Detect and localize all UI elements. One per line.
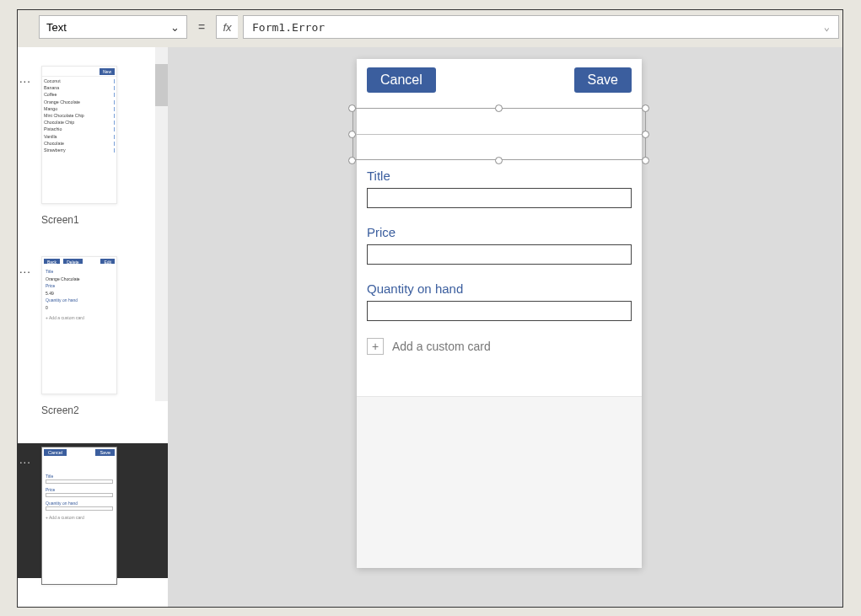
chevron-down-icon: ⌄ [170,21,180,34]
screen-label-1: Screen1 [41,214,79,226]
thumb3-price-lbl: Price [46,486,113,493]
thumb2-qty-lbl: Quantity on hand [46,297,113,304]
add-custom-card[interactable]: + Add a custom card [367,338,632,355]
form-body: Title Price Quantity on hand + Add a cus… [367,169,632,355]
price-input[interactable] [367,244,632,265]
ellipsis-icon[interactable]: ... [19,453,31,466]
screen-thumb-2[interactable]: Back Delete Edit Title Orange Chocolate … [41,256,117,394]
thumb3-title-lbl: Title [46,473,113,479]
list-item: Chocolate Chip [44,119,115,126]
selection-midline [352,134,646,135]
thumb3-header: Cancel Save [42,447,116,458]
thumb2-header: Back Delete Edit [42,257,116,265]
quantity-input[interactable] [367,301,632,321]
thumb3-add: + Add a custom card [46,514,113,521]
resize-handle-s[interactable] [495,157,503,164]
quantity-label: Quantity on hand [367,281,632,296]
formula-bar: Text ⌄ = fx Form1.Error ⌄ [39,15,839,39]
list-item: Chocolate [44,140,115,147]
thumb3-save: Save [95,449,115,456]
ellipsis-icon[interactable]: ... [19,263,31,276]
title-input[interactable] [367,188,632,208]
price-label: Price [367,225,632,239]
thumb3-body: Title Price Quantity on hand + Add a cus… [42,458,116,524]
formula-input[interactable]: Form1.Error ⌄ [243,15,839,39]
list-item: Vanilla [44,133,115,140]
screen-label-2: Screen2 [41,404,79,416]
ellipsis-icon[interactable]: ... [19,72,31,85]
chevron-down-icon[interactable]: ⌄ [824,21,830,33]
thumb2-edit: Edit [100,259,115,264]
fx-icon[interactable]: fx [216,15,238,39]
thumb1-new-button: New [100,68,115,75]
thumb2-title-lbl: Title [46,268,113,276]
property-selector[interactable]: Text ⌄ [39,15,187,39]
screen-thumb-3[interactable]: Cancel Save Title Price Quantity on hand… [41,447,117,585]
list-item: Coconut [44,78,115,84]
cancel-button[interactable]: Cancel [367,67,436,93]
thumb1-header: New [42,67,116,77]
resize-handle-nw[interactable] [348,104,356,112]
resize-handle-w[interactable] [348,131,356,138]
plus-icon: + [367,338,384,355]
phone-screen[interactable]: Cancel Save Title Price Quantity on hand [357,59,642,568]
thumb1-list: Coconut Banana Coffee Orange Chocolate M… [42,77,116,157]
save-button[interactable]: Save [574,67,632,93]
equals-label: = [192,15,211,39]
list-item: Pistachio [44,126,115,132]
resize-handle-se[interactable] [642,157,649,164]
resize-handle-sw[interactable] [348,157,356,164]
resize-handle-ne[interactable] [642,104,649,112]
form-header: Cancel Save [357,59,642,93]
property-selector-label: Text [46,21,67,34]
thumb2-back: Back [44,259,60,264]
phone-bottom-area [357,396,642,568]
thumb2-delete: Delete [63,259,82,264]
thumb3-title-field [46,479,113,484]
thumb3-qty-field [46,506,113,511]
thumb2-body: Title Orange Chocolate Price 5.49 Quanti… [42,265,116,324]
resize-handle-n[interactable] [495,104,503,112]
thumb3-price-field [46,493,113,497]
thumb2-price-lbl: Price [46,282,113,290]
thumb2-price-val: 5.49 [46,290,113,297]
screens-panel: ⌃ ... New Coconut Banana Coffee Orange C… [18,47,168,607]
list-item: Coffee [44,91,115,98]
list-item: Strawberry [44,147,115,153]
app-frame: Text ⌄ = fx Form1.Error ⌄ ⌃ ... New Coco… [17,9,843,608]
list-item: Orange Chocolate [44,99,115,105]
formula-text: Form1.Error [252,21,325,34]
thumb3-cancel: Cancel [44,449,67,456]
scrollbar-thumb[interactable] [155,64,168,106]
screen-thumb-1[interactable]: New Coconut Banana Coffee Orange Chocola… [41,66,117,204]
resize-handle-e[interactable] [642,131,649,138]
thumb2-add: + Add a custom card [46,314,113,322]
thumb3-qty-lbl: Quantity on hand [46,500,113,506]
title-label: Title [367,169,632,183]
add-custom-card-label: Add a custom card [392,340,491,353]
thumb2-qty-val: 0 [46,304,113,312]
list-item: Banana [44,84,115,91]
list-item: Mango [44,105,115,112]
design-canvas[interactable]: Cancel Save Title Price Quantity on hand [168,47,842,607]
list-item: Mint Chocolate Chip [44,112,115,119]
thumb2-title-val: Orange Chocolate [46,276,113,283]
